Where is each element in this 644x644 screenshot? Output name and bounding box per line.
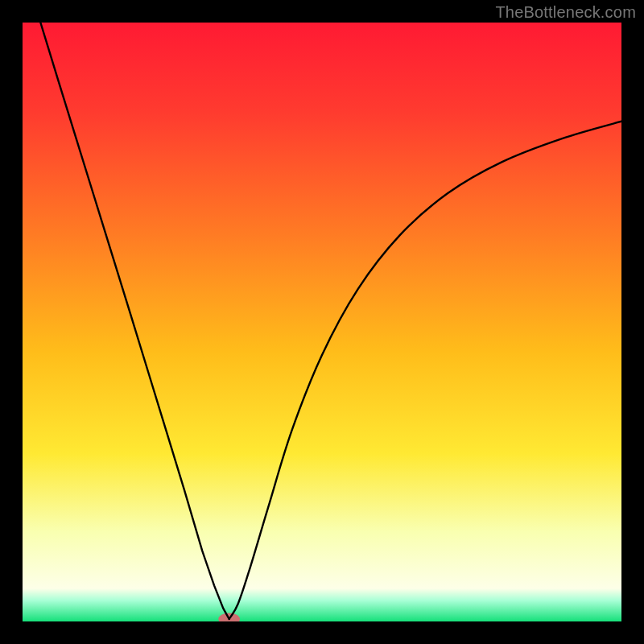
chart-frame: TheBottleneck.com <box>0 0 644 644</box>
plot-area <box>23 23 621 621</box>
watermark-text: TheBottleneck.com <box>495 3 636 22</box>
gradient-background <box>23 23 621 621</box>
chart-svg <box>23 23 621 621</box>
